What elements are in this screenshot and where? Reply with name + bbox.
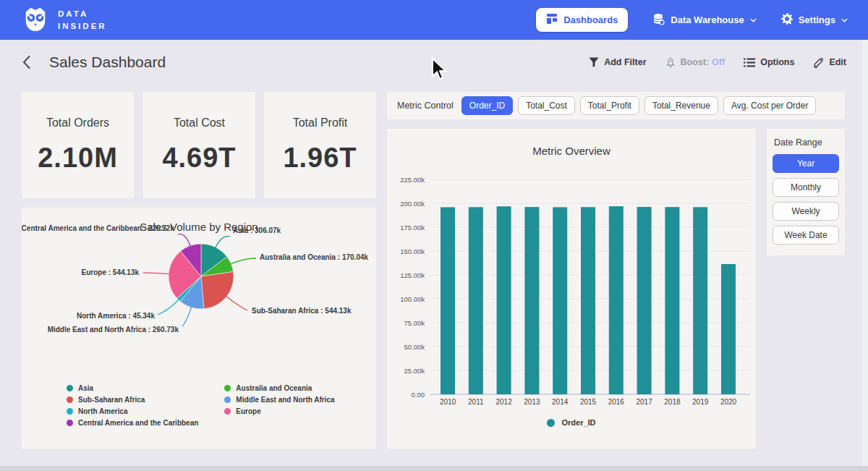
legend-label: Asia xyxy=(78,384,93,392)
svg-text:2013: 2013 xyxy=(524,398,540,406)
pie-chart-legend: AsiaSub-Saharan AfricaNorth AmericaCentr… xyxy=(67,384,335,427)
svg-text:150.00k: 150.00k xyxy=(400,247,425,255)
gear-icon xyxy=(781,13,793,27)
kpi-label: Total Orders xyxy=(46,116,109,130)
bar-legend-label: Order_ID xyxy=(561,418,595,427)
svg-text:2017: 2017 xyxy=(636,398,652,406)
svg-text:2012: 2012 xyxy=(495,398,512,406)
legend-item[interactable]: Central America and the Caribbean xyxy=(67,419,198,427)
svg-text:2015: 2015 xyxy=(580,398,597,406)
owl-logo-icon xyxy=(22,5,49,35)
brand[interactable]: DATA INSIDER xyxy=(22,5,107,35)
metric-overview-chart-card: Metric Overview 0.0025.00k50.00k75.00k10… xyxy=(387,129,756,449)
svg-text:2020: 2020 xyxy=(720,398,737,406)
boost-status: Off xyxy=(712,57,725,67)
legend-item[interactable]: Sub-Saharan Africa xyxy=(67,396,198,404)
nav-settings-button[interactable]: Settings xyxy=(781,13,848,27)
legend-dot xyxy=(224,385,231,391)
legend-item[interactable]: North America xyxy=(67,407,198,415)
legend-item[interactable]: Australia and Oceania xyxy=(224,384,334,392)
bar-chart[interactable]: 0.0025.00k50.00k75.00k100.00k125.00k150.… xyxy=(387,129,756,415)
chevron-down-icon xyxy=(841,18,848,22)
nav-dashboards-button[interactable]: Dashboards xyxy=(536,8,628,32)
kpi-card-total-cost: Total Cost 4.69T xyxy=(143,92,255,198)
svg-text:North America : 45.34k: North America : 45.34k xyxy=(77,312,155,320)
kpi-value: 2.10M xyxy=(38,143,118,174)
svg-text:2018: 2018 xyxy=(664,398,681,406)
legend-item[interactable]: Middle East and North Africa xyxy=(224,396,334,404)
kpi-card-total-orders: Total Orders 2.10M xyxy=(22,92,134,198)
svg-text:2011: 2011 xyxy=(468,398,484,406)
svg-text:125.00k: 125.00k xyxy=(400,271,425,279)
edit-button[interactable]: Edit xyxy=(813,57,846,68)
legend-dot xyxy=(67,385,73,391)
date-range-option-monthly[interactable]: Monthly xyxy=(773,178,839,197)
legend-item[interactable]: Europe xyxy=(224,407,334,415)
kpi-value: 4.69T xyxy=(162,143,236,174)
metric-option-total-revenue[interactable]: Total_Revenue xyxy=(644,96,718,115)
kpi-label: Total Cost xyxy=(174,116,225,130)
metric-control-strip: Metric Control Order_IDTotal_CostTotal_P… xyxy=(387,92,845,119)
date-range-panel: Date Range YearMonthlyWeeklyWeek Date xyxy=(767,129,845,255)
legend-label: Australia and Oceania xyxy=(236,384,312,392)
svg-text:0.00: 0.00 xyxy=(412,391,425,399)
svg-text:175.00k: 175.00k xyxy=(400,224,425,232)
database-icon xyxy=(652,13,665,27)
back-button[interactable] xyxy=(22,54,38,70)
svg-text:100.00k: 100.00k xyxy=(400,295,425,303)
svg-text:25.00k: 25.00k xyxy=(404,367,425,375)
legend-dot xyxy=(67,420,73,426)
kpi-label: Total Profit xyxy=(293,116,348,130)
bottom-strip xyxy=(0,466,868,471)
nav-settings-label: Settings xyxy=(799,14,835,25)
metric-control-label: Metric Control xyxy=(397,101,454,111)
page-title: Sales Dashboard xyxy=(49,54,166,71)
rocket-icon xyxy=(665,57,676,68)
legend-label: North America xyxy=(78,407,128,415)
svg-text:2010: 2010 xyxy=(440,398,456,406)
legend-dot xyxy=(547,419,555,427)
legend-item[interactable]: Asia xyxy=(67,384,198,392)
page-header: Sales Dashboard Add Filter Boost: Off Op… xyxy=(0,40,868,85)
add-filter-button[interactable]: Add Filter xyxy=(589,57,646,67)
svg-text:Europe : 544.13k: Europe : 544.13k xyxy=(82,268,140,276)
top-navbar: DATA INSIDER Dashboards xyxy=(0,0,868,40)
metric-option-total-profit[interactable]: Total_Profit xyxy=(580,96,639,115)
svg-text:200.00k: 200.00k xyxy=(400,200,425,208)
svg-text:75.00k: 75.00k xyxy=(404,319,425,327)
legend-dot xyxy=(67,396,73,403)
svg-text:225.00k: 225.00k xyxy=(400,176,425,184)
date-range-label: Date Range xyxy=(774,137,839,148)
pie-chart[interactable]: Asia : 306.07kAustralia and Oceania : 17… xyxy=(22,208,376,381)
svg-text:2016: 2016 xyxy=(608,398,625,406)
kpi-card-total-profit: Total Profit 1.96T xyxy=(264,92,376,198)
svg-text:Asia : 306.07k: Asia : 306.07k xyxy=(233,226,281,234)
legend-label: Europe xyxy=(236,407,260,415)
dashboard-icon xyxy=(546,13,558,27)
sales-volume-chart-card: Sales Volume by Region Asia : 306.07kAus… xyxy=(22,208,376,449)
scrollbar-rail[interactable] xyxy=(862,40,868,471)
boost-toggle[interactable]: Boost: Off xyxy=(665,57,726,68)
nav-dashboards-label: Dashboards xyxy=(563,14,618,25)
date-range-option-week-date[interactable]: Week Date xyxy=(773,226,839,245)
svg-text:50.00k: 50.00k xyxy=(404,343,425,351)
metric-option-order-id[interactable]: Order_ID xyxy=(461,96,513,115)
nav-data-warehouse-button[interactable]: Data Warehouse xyxy=(652,13,756,27)
legend-label: Central America and the Caribbean xyxy=(78,419,198,427)
metric-option-total-cost[interactable]: Total_Cost xyxy=(518,96,575,115)
brand-text: DATA INSIDER xyxy=(58,8,107,32)
date-range-option-year[interactable]: Year xyxy=(773,154,839,173)
legend-dot xyxy=(224,396,231,403)
list-icon xyxy=(744,58,755,67)
svg-text:2019: 2019 xyxy=(692,398,709,406)
chevron-down-icon xyxy=(750,18,757,22)
options-button[interactable]: Options xyxy=(744,57,794,67)
metric-option-avg-cost-per-order[interactable]: Avg. Cost per Order xyxy=(723,96,817,115)
date-range-option-weekly[interactable]: Weekly xyxy=(773,202,839,221)
kpi-value: 1.96T xyxy=(283,143,357,174)
filter-icon xyxy=(589,57,599,67)
nav-data-warehouse-label: Data Warehouse xyxy=(671,14,744,25)
svg-text:Australia and Oceania : 170.04: Australia and Oceania : 170.04k xyxy=(260,253,369,261)
svg-text:Sub-Saharan Africa : 544.13k: Sub-Saharan Africa : 544.13k xyxy=(252,307,352,315)
legend-dot xyxy=(67,408,73,415)
